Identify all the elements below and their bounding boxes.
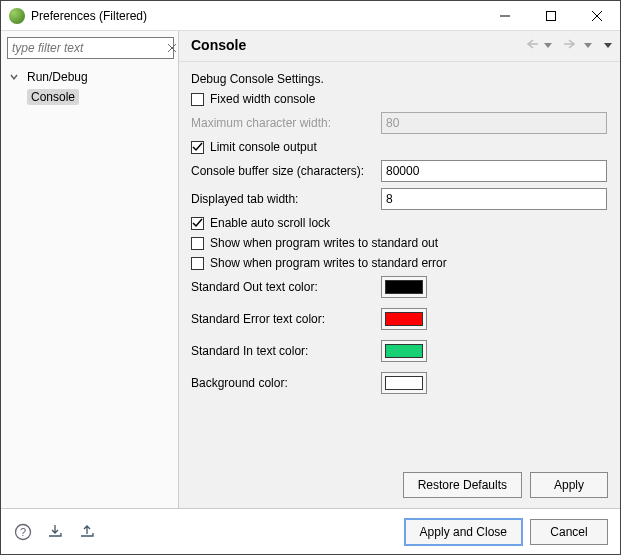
fixed-width-row: Fixed width console	[191, 92, 608, 106]
header-toolbar	[524, 38, 612, 53]
tree-item-run-debug[interactable]: Run/Debug	[1, 67, 178, 87]
svg-rect-1	[547, 11, 556, 20]
bg-color-swatch	[385, 376, 423, 390]
tab-width-input[interactable]	[381, 188, 607, 210]
bg-color-label: Background color:	[191, 376, 381, 390]
stdout-color-swatch	[385, 280, 423, 294]
bg-color-button[interactable]	[381, 372, 427, 394]
filter-input-wrapper	[7, 37, 174, 59]
limit-output-row: Limit console output	[191, 140, 608, 154]
app-icon	[9, 8, 25, 24]
preferences-tree: Run/Debug Console	[1, 63, 178, 111]
maximize-button[interactable]	[528, 1, 574, 30]
page-content: Debug Console Settings. Fixed width cons…	[179, 62, 620, 462]
tab-width-label: Displayed tab width:	[191, 192, 381, 206]
chevron-down-icon	[7, 70, 21, 84]
limit-output-checkbox[interactable]	[191, 141, 204, 154]
auto-scroll-checkbox[interactable]	[191, 217, 204, 230]
fixed-width-checkbox[interactable]	[191, 93, 204, 106]
stderr-color-swatch	[385, 312, 423, 326]
clear-filter-icon[interactable]	[167, 38, 177, 58]
right-panel: Console Debug Console Settings. Fixed wi…	[179, 31, 620, 508]
svg-marker-10	[604, 43, 612, 48]
export-icon[interactable]	[77, 522, 97, 542]
limit-output-label: Limit console output	[210, 140, 317, 154]
buffer-size-label: Console buffer size (characters):	[191, 164, 381, 178]
page-title: Console	[191, 37, 524, 53]
menu-dropdown-icon[interactable]	[604, 38, 612, 52]
tree-label: Console	[27, 89, 79, 105]
minimize-button[interactable]	[482, 1, 528, 30]
dropdown-icon[interactable]	[544, 38, 552, 52]
stderr-color-label: Standard Error text color:	[191, 312, 381, 326]
restore-defaults-button[interactable]: Restore Defaults	[403, 472, 522, 498]
page-actions: Restore Defaults Apply	[179, 462, 620, 508]
show-stdout-checkbox[interactable]	[191, 237, 204, 250]
svg-marker-9	[584, 43, 592, 48]
apply-and-close-button[interactable]: Apply and Close	[405, 519, 522, 545]
close-button[interactable]	[574, 1, 620, 30]
back-icon[interactable]	[524, 38, 540, 53]
import-icon[interactable]	[45, 522, 65, 542]
stdin-color-button[interactable]	[381, 340, 427, 362]
show-stderr-label: Show when program writes to standard err…	[210, 256, 447, 270]
section-heading: Debug Console Settings.	[191, 72, 608, 86]
tree-item-console[interactable]: Console	[1, 87, 178, 107]
filter-input[interactable]	[8, 41, 167, 55]
svg-marker-7	[544, 43, 552, 48]
titlebar: Preferences (Filtered)	[1, 1, 620, 31]
stdin-color-swatch	[385, 344, 423, 358]
stdin-color-label: Standard In text color:	[191, 344, 381, 358]
dropdown-icon[interactable]	[584, 38, 592, 52]
help-icon[interactable]: ?	[13, 522, 33, 542]
max-char-width-input	[381, 112, 607, 134]
show-stdout-label: Show when program writes to standard out	[210, 236, 438, 250]
dialog-footer: ? Apply and Close Cancel	[1, 508, 620, 554]
show-stderr-checkbox[interactable]	[191, 257, 204, 270]
stderr-color-button[interactable]	[381, 308, 427, 330]
tree-label: Run/Debug	[23, 69, 92, 85]
page-header: Console	[179, 31, 620, 62]
left-panel: Run/Debug Console	[1, 31, 179, 508]
forward-icon[interactable]	[564, 38, 580, 53]
auto-scroll-label: Enable auto scroll lock	[210, 216, 330, 230]
svg-text:?: ?	[20, 526, 26, 538]
stdout-color-label: Standard Out text color:	[191, 280, 381, 294]
dialog-body: Run/Debug Console Console	[1, 31, 620, 508]
max-char-width-label: Maximum character width:	[191, 116, 381, 130]
fixed-width-label: Fixed width console	[210, 92, 315, 106]
buffer-size-input[interactable]	[381, 160, 607, 182]
stdout-color-button[interactable]	[381, 276, 427, 298]
apply-button[interactable]: Apply	[530, 472, 608, 498]
window-controls	[482, 1, 620, 30]
cancel-button[interactable]: Cancel	[530, 519, 608, 545]
preferences-window: Preferences (Filtered)	[0, 0, 621, 555]
window-title: Preferences (Filtered)	[31, 9, 482, 23]
